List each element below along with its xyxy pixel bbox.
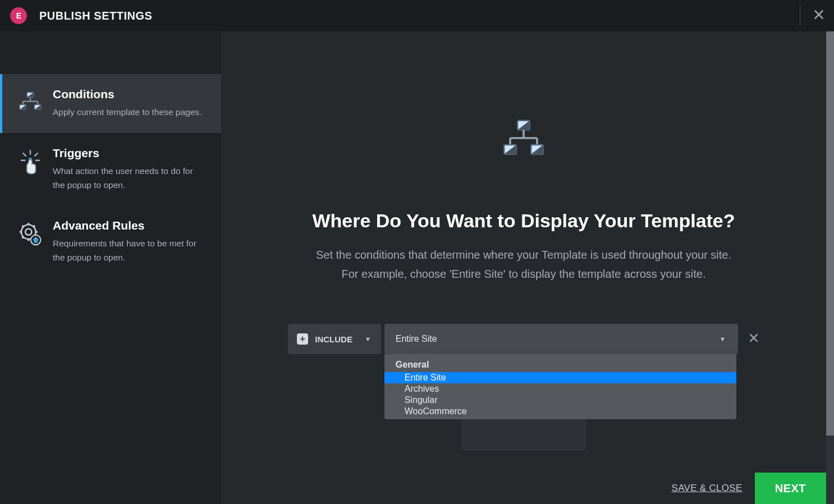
- condition-target-select[interactable]: Entire Site ▼ General Entire Site Archiv…: [384, 324, 738, 354]
- svg-line-26: [22, 237, 24, 238]
- sidebar-item-desc: Apply current template to these pages.: [53, 106, 201, 120]
- main-description: Set the conditions that determine where …: [316, 245, 731, 283]
- header-actions: [800, 0, 825, 31]
- dropdown-option-woocommerce[interactable]: WooCommerce: [384, 406, 736, 417]
- chevron-down-icon: ▼: [720, 336, 726, 342]
- sidebar-item-desc: Requirements that have to be met for the…: [53, 237, 205, 265]
- gear-rules-icon: [15, 219, 46, 248]
- click-icon: [15, 146, 46, 176]
- remove-condition-icon[interactable]: [748, 332, 759, 346]
- sidebar-item-text: Triggers What action the user needs to d…: [46, 146, 210, 193]
- desc-line-1: Set the conditions that determine where …: [316, 249, 731, 261]
- condition-mode-select[interactable]: + INCLUDE ▼: [288, 324, 381, 354]
- sidebar-item-desc: What action the user needs to do for the…: [53, 164, 205, 193]
- header-divider: [800, 6, 800, 26]
- body: Conditions Apply current template to the…: [0, 31, 826, 504]
- dropdown-option-entire-site[interactable]: Entire Site: [384, 372, 736, 383]
- header: E PUBLISH SETTINGS: [0, 0, 834, 31]
- sitemap-hero-icon: [503, 118, 544, 161]
- sidebar-item-triggers[interactable]: Triggers What action the user needs to d…: [0, 133, 221, 206]
- condition-row: + INCLUDE ▼ Entire Site ▼ General Entire…: [288, 324, 759, 354]
- main-title: Where Do You Want to Display Your Templa…: [312, 210, 735, 232]
- svg-line-24: [22, 226, 24, 227]
- sidebar-item-title: Triggers: [53, 146, 205, 160]
- header-title: PUBLISH SETTINGS: [39, 10, 152, 22]
- desc-line-2: For example, choose 'Entire Site' to dis…: [341, 268, 705, 280]
- condition-target-value: Entire Site: [396, 334, 437, 344]
- sidebar-item-title: Conditions: [53, 88, 201, 101]
- sitemap-icon: [15, 88, 46, 114]
- svg-line-14: [35, 153, 38, 156]
- target-dropdown: General Entire Site Archives Singular Wo…: [384, 354, 736, 419]
- next-button[interactable]: NEXT: [755, 473, 826, 504]
- sidebar-item-text: Advanced Rules Requirements that have to…: [46, 219, 210, 265]
- close-icon[interactable]: [813, 8, 825, 23]
- dropdown-option-singular[interactable]: Singular: [384, 395, 736, 406]
- dropdown-group-label: General: [384, 358, 736, 372]
- svg-point-19: [25, 229, 31, 235]
- sidebar-item-text: Conditions Apply current template to the…: [46, 88, 206, 120]
- main-content: Where Do You Want to Display Your Templa…: [221, 31, 826, 504]
- svg-line-27: [34, 226, 35, 227]
- condition-mode-label: INCLUDE: [315, 335, 352, 344]
- scrollbar[interactable]: [826, 31, 834, 504]
- elementor-logo: E: [10, 7, 27, 24]
- scrollbar-thumb[interactable]: [826, 31, 834, 436]
- sidebar-item-advanced-rules[interactable]: Advanced Rules Requirements that have to…: [0, 205, 221, 278]
- svg-line-13: [23, 153, 26, 156]
- footer-actions: SAVE & CLOSE NEXT: [672, 473, 826, 504]
- chevron-down-icon: ▼: [365, 336, 371, 342]
- save-close-link[interactable]: SAVE & CLOSE: [672, 483, 743, 494]
- dropdown-option-archives[interactable]: Archives: [384, 383, 736, 395]
- sidebar: Conditions Apply current template to the…: [0, 31, 221, 504]
- sidebar-item-title: Advanced Rules: [53, 219, 205, 232]
- add-condition-ghost[interactable]: [462, 415, 585, 450]
- sidebar-item-conditions[interactable]: Conditions Apply current template to the…: [0, 74, 221, 133]
- plus-icon: +: [297, 333, 308, 345]
